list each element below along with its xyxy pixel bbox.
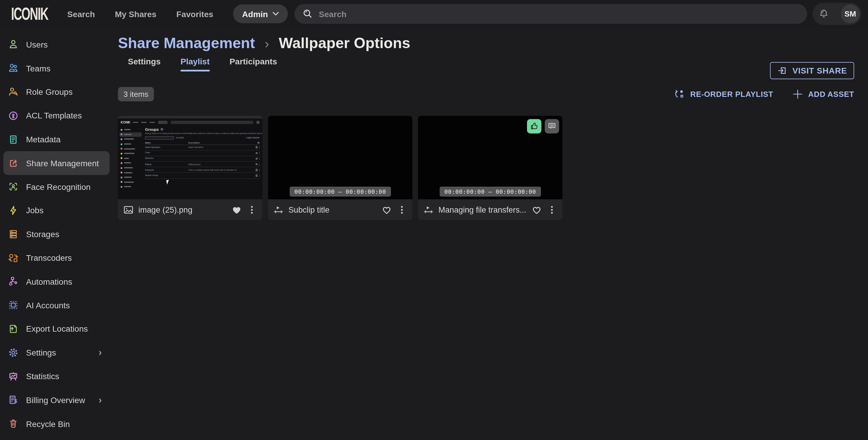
sidebar-item-face-recognition[interactable]: Face Recognition [0, 175, 111, 198]
export-locations-icon [8, 323, 19, 335]
global-search-field[interactable] [294, 4, 807, 24]
subclip-type-icon [273, 204, 284, 215]
sidebar-item-teams[interactable]: Teams [0, 56, 111, 80]
add-asset-label: ADD ASSET [808, 90, 854, 98]
avatar[interactable]: SM [841, 4, 860, 23]
breadcrumb-share-management-link[interactable]: Share Management [118, 35, 255, 52]
mini-row: Crew [145, 150, 259, 156]
asset-card-subclip-2[interactable]: 00:00:00:00 — 00:00:00:00 Managing file … [418, 116, 562, 220]
admin-sidebar: Users Teams Role Groups ACL Templates Me… [0, 28, 111, 440]
admin-menu-button[interactable]: Admin [233, 4, 288, 23]
sidebar-item-label: Jobs [26, 206, 106, 215]
mini-new-group-label: + NEW GROUP [245, 137, 259, 139]
asset-thumbnail[interactable]: 00:00:00:00 — 00:00:00:00 [268, 116, 412, 199]
mini-heading: Groups [145, 127, 159, 131]
users-icon [8, 39, 19, 50]
account-pill: SM [813, 3, 862, 25]
tab-participants[interactable]: Participants [220, 54, 287, 73]
sidebar-item-label: Transcoders [26, 253, 106, 262]
mini-row: EveryoneThis is a system group that ever… [145, 167, 259, 173]
sidebar-item-statistics[interactable]: Statistics [0, 365, 111, 388]
sidebar-item-label: Storages [26, 229, 106, 239]
sidebar-item-jobs[interactable]: Jobs [0, 198, 111, 222]
sidebar-item-storages[interactable]: Storages [0, 222, 111, 246]
add-asset-button[interactable]: ADD ASSET [792, 88, 854, 99]
sidebar-item-label: Users [26, 40, 106, 49]
admin-menu-label: Admin [242, 9, 268, 19]
sidebar-item-ai-accounts[interactable]: AI Accounts [0, 293, 111, 317]
image-type-icon [123, 204, 134, 215]
role-groups-icon [8, 86, 19, 97]
sidebar-item-users[interactable]: Users [0, 33, 111, 56]
nav-my-shares[interactable]: My Shares [115, 9, 156, 19]
sidebar-item-recycle-bin[interactable]: Recycle Bin [0, 412, 111, 436]
sidebar-item-label: Statistics [26, 372, 106, 381]
svg-text:$: $ [14, 399, 17, 404]
favorite-heart-icon-outline[interactable] [531, 204, 542, 215]
asset-card-image[interactable]: ICONIK [118, 116, 262, 220]
mini-row: Search Group [145, 173, 259, 179]
ai-accounts-icon [8, 300, 19, 311]
mini-description: Groups allow you to easily provide acces… [145, 132, 259, 135]
face-recognition-icon [8, 181, 19, 192]
asset-thumbnail[interactable]: 00:00:00:00 — 00:00:00:00 [418, 116, 562, 199]
recycle-bin-icon [8, 418, 19, 429]
playlist-cards: ICONIK [118, 116, 868, 220]
sidebar-item-acl-templates[interactable]: ACL Templates [0, 104, 111, 127]
sidebar-item-transcoders[interactable]: Transcoders [0, 246, 111, 270]
playlist-toolbar: 3 items RE-ORDER PLAYLIST ADD ASSET [118, 87, 868, 102]
nav-favorites[interactable]: Favorites [176, 9, 213, 19]
visit-share-button[interactable]: VISIT SHARE [770, 62, 854, 79]
reorder-playlist-label: RE-ORDER PLAYLIST [690, 90, 773, 98]
favorite-heart-icon-outline[interactable] [381, 204, 392, 215]
asset-label-row: Managing file transfers... [418, 199, 562, 220]
nav-search[interactable]: Search [67, 9, 95, 19]
asset-title: Managing file transfers... [438, 205, 526, 214]
main-content: Share Management › Wallpaper Options VIS… [111, 28, 868, 440]
asset-title: Subclip title [288, 205, 376, 214]
sidebar-item-share-management[interactable]: Share Management [3, 151, 110, 175]
comment-icon [547, 122, 556, 131]
asset-label-row: Subclip title [268, 199, 412, 220]
breadcrumb-separator: › [265, 36, 269, 51]
sidebar-item-label: Share Management [26, 158, 105, 168]
page-title: Wallpaper Options [279, 35, 410, 52]
transcoders-icon [8, 252, 19, 263]
sidebar-item-automations[interactable]: Automations [0, 270, 111, 293]
thumbnail-badges [527, 119, 559, 133]
reorder-playlist-button[interactable]: RE-ORDER PLAYLIST [674, 88, 774, 99]
asset-label-row: image (25).png [118, 199, 262, 220]
sidebar-item-billing-overview[interactable]: $ Billing Overview › [0, 388, 111, 412]
tab-playlist[interactable]: Playlist [170, 54, 220, 73]
asset-thumbnail[interactable]: ICONIK [118, 116, 262, 199]
plus-icon [792, 88, 803, 99]
sidebar-item-settings[interactable]: Settings › [0, 341, 111, 365]
notifications-bell-icon[interactable] [818, 8, 829, 20]
asset-card-subclip[interactable]: 00:00:00:00 — 00:00:00:00 Subclip title [268, 116, 412, 220]
more-options-kebab-icon[interactable] [547, 205, 557, 215]
sidebar-item-label: Teams [26, 63, 106, 73]
sidebar-item-metadata[interactable]: Metadata [0, 128, 111, 151]
mini-count-badge: 6 [161, 128, 163, 130]
sidebar-item-role-groups[interactable]: Role Groups [0, 80, 111, 104]
settings-gear-icon [8, 347, 19, 358]
thumbnail-screenshot: ICONIK [118, 116, 262, 199]
more-options-kebab-icon[interactable] [247, 205, 257, 215]
tab-settings[interactable]: Settings [118, 54, 170, 73]
approval-thumbs-up-badge[interactable] [527, 119, 541, 133]
favorite-heart-icon-filled[interactable] [231, 204, 242, 215]
items-count-badge: 3 items [118, 87, 154, 101]
sidebar-item-label: Metadata [26, 135, 106, 144]
search-icon [302, 8, 314, 20]
mini-row: Directors [145, 156, 259, 162]
sidebar-item-label: ACL Templates [26, 111, 106, 121]
storages-icon [8, 228, 19, 240]
chevron-down-icon [272, 11, 279, 16]
iconik-logo[interactable]: ICONIK [11, 4, 48, 24]
comment-badge[interactable] [545, 119, 559, 133]
mini-filters-label: FILTERS [176, 137, 184, 139]
sidebar-item-label: Export Locations [26, 324, 106, 334]
more-options-kebab-icon[interactable] [397, 205, 407, 215]
sidebar-item-export-locations[interactable]: Export Locations [0, 317, 111, 341]
search-input[interactable] [319, 9, 800, 19]
